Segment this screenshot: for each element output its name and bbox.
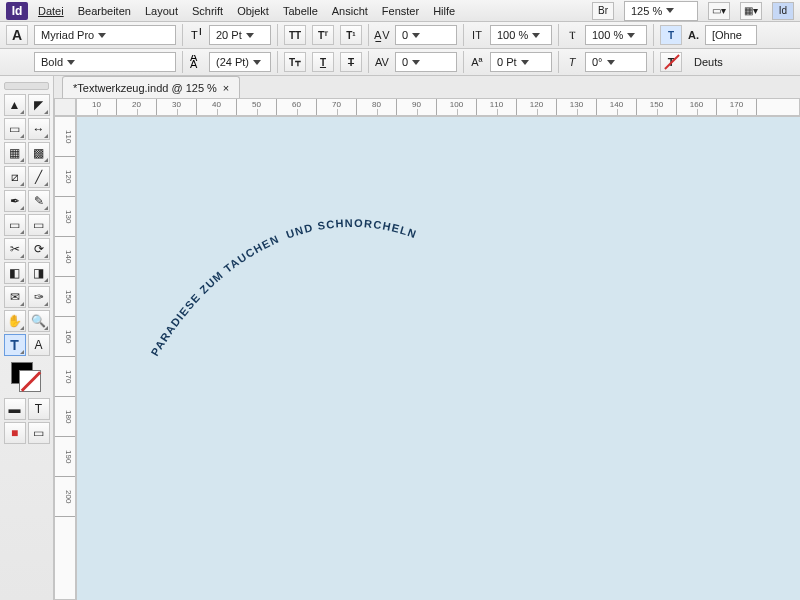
frame-tool[interactable]: ▭ bbox=[4, 214, 26, 236]
ruler-tick: 200 bbox=[55, 477, 75, 517]
ruler-tick: 190 bbox=[55, 437, 75, 477]
zoom-tool[interactable]: 🔍 bbox=[28, 310, 50, 332]
stroke-swatch[interactable] bbox=[19, 370, 41, 392]
subscript-button[interactable]: Tᴛ bbox=[284, 52, 306, 72]
font-size-icon: TT bbox=[189, 28, 203, 42]
menu-schrift[interactable]: Schrift bbox=[192, 5, 223, 17]
path-text-line2: UND SCHNORCHELN bbox=[284, 217, 418, 241]
content-collector[interactable]: ▦ bbox=[4, 142, 26, 164]
svg-text:A: A bbox=[190, 58, 198, 69]
menu-fenster[interactable]: Fenster bbox=[382, 5, 419, 17]
editor-area: *Textwerkzeug.indd @ 125 % × 10203040506… bbox=[54, 76, 800, 600]
line-tool[interactable]: ╱ bbox=[28, 166, 50, 188]
ruler-tick: 150 bbox=[637, 99, 677, 115]
font-size-combo[interactable]: 20 Pt bbox=[209, 25, 271, 45]
close-icon[interactable]: × bbox=[223, 82, 229, 94]
tracking-combo[interactable]: 0 bbox=[395, 52, 457, 72]
menu-tabelle[interactable]: Tabelle bbox=[283, 5, 318, 17]
hscale-combo[interactable]: 100 % bbox=[585, 25, 647, 45]
font-family-combo[interactable]: Myriad Pro bbox=[34, 25, 176, 45]
direct-selection-tool[interactable]: ◤ bbox=[28, 94, 50, 116]
view-mode-normal[interactable]: ■ bbox=[4, 422, 26, 444]
horizontal-ruler[interactable]: 1020304050607080901001101201301401501601… bbox=[76, 98, 800, 116]
workspace-button[interactable]: Id bbox=[772, 2, 794, 20]
leading-combo[interactable]: (24 Pt) bbox=[209, 52, 271, 72]
menu-datei[interactable]: Datei bbox=[38, 5, 64, 17]
menu-bearbeiten[interactable]: Bearbeiten bbox=[78, 5, 131, 17]
tracking-icon: AV bbox=[375, 55, 389, 69]
type-tool[interactable]: ⧄ bbox=[4, 166, 26, 188]
chevron-down-icon bbox=[67, 60, 75, 65]
ruler-tick: 110 bbox=[477, 99, 517, 115]
ruler-tick: 50 bbox=[237, 99, 277, 115]
selection-tool[interactable]: ▲ bbox=[4, 94, 26, 116]
chevron-down-icon bbox=[532, 33, 540, 38]
note-tool[interactable]: ✉ bbox=[4, 286, 26, 308]
vscale-combo[interactable]: 100 % bbox=[490, 25, 552, 45]
allcaps-button[interactable]: TT bbox=[284, 25, 306, 45]
chevron-down-icon bbox=[253, 60, 261, 65]
menu-layout[interactable]: Layout bbox=[145, 5, 178, 17]
app-logo: Id bbox=[6, 2, 28, 20]
text-fill-swatch[interactable]: T bbox=[660, 25, 682, 45]
rectangle-tool[interactable]: ▭ bbox=[28, 214, 50, 236]
ruler-tick: 30 bbox=[157, 99, 197, 115]
ruler-tick: 170 bbox=[55, 357, 75, 397]
kerning-icon: A̲V bbox=[375, 28, 389, 42]
gradient-feather[interactable]: ◨ bbox=[28, 262, 50, 284]
scissors-tool[interactable]: ✂ bbox=[4, 238, 26, 260]
ruler-tick: 110 bbox=[55, 117, 75, 157]
fill-stroke-swatch[interactable] bbox=[7, 362, 47, 392]
ruler-tick: 130 bbox=[55, 197, 75, 237]
text-stroke-swatch[interactable]: T bbox=[660, 52, 682, 72]
zoom-combo[interactable]: 125 % bbox=[624, 1, 698, 21]
page-tool[interactable]: ▭ bbox=[4, 118, 26, 140]
hand-tool[interactable]: ✋ bbox=[4, 310, 26, 332]
charstyle-combo[interactable]: [Ohne bbox=[705, 25, 757, 45]
chevron-down-icon bbox=[412, 60, 420, 65]
text-on-path[interactable]: PARADIESE ZUM TAUCHENUND SCHNORCHELN bbox=[117, 157, 800, 517]
screen-mode-button[interactable]: ▭▾ bbox=[708, 2, 730, 20]
kerning-combo[interactable]: 0 bbox=[395, 25, 457, 45]
gap-tool[interactable]: ↔ bbox=[28, 118, 50, 140]
ruler-tick: 20 bbox=[117, 99, 157, 115]
menu-objekt[interactable]: Objekt bbox=[237, 5, 269, 17]
apply-color-button[interactable]: ▬ bbox=[4, 398, 26, 420]
panel-grip[interactable] bbox=[4, 82, 49, 90]
charstyle-label: A. bbox=[688, 29, 699, 41]
document-tab[interactable]: *Textwerkzeug.indd @ 125 % × bbox=[62, 76, 240, 98]
smallcaps-button[interactable]: Tᵀ bbox=[312, 25, 334, 45]
ruler-tick: 130 bbox=[557, 99, 597, 115]
arrange-button[interactable]: ▦▾ bbox=[740, 2, 762, 20]
menu-ansicht[interactable]: Ansicht bbox=[332, 5, 368, 17]
ruler-tick: 10 bbox=[77, 99, 117, 115]
bridge-button[interactable]: Br bbox=[592, 2, 614, 20]
pencil-tool[interactable]: ✎ bbox=[28, 190, 50, 212]
gradient-swatch[interactable]: ◧ bbox=[4, 262, 26, 284]
type-on-path-tool[interactable]: T bbox=[4, 334, 26, 356]
ruler-origin[interactable] bbox=[54, 98, 76, 116]
baseline-combo[interactable]: 0 Pt bbox=[490, 52, 552, 72]
apply-none-button[interactable]: T bbox=[28, 398, 50, 420]
vertical-ruler[interactable]: 110120130140150160170180190200 bbox=[54, 116, 76, 600]
content-placer[interactable]: ▩ bbox=[28, 142, 50, 164]
view-mode-preview[interactable]: ▭ bbox=[28, 422, 50, 444]
font-style-combo[interactable]: Bold bbox=[34, 52, 176, 72]
eyedropper-tool[interactable]: ✑ bbox=[28, 286, 50, 308]
chevron-down-icon bbox=[98, 33, 106, 38]
menu-hilfe[interactable]: Hilfe bbox=[433, 5, 455, 17]
transform-tool[interactable]: ⟳ bbox=[28, 238, 50, 260]
chevron-down-icon bbox=[607, 60, 615, 65]
tool-panel: ▲◤▭↔▦▩⧄╱✒✎▭▭✂⟳◧◨✉✑✋🔍 T A ▬ T ■ ▭ bbox=[0, 76, 54, 600]
pen-tool[interactable]: ✒ bbox=[4, 190, 26, 212]
underline-button[interactable]: T bbox=[312, 52, 334, 72]
superscript-button[interactable]: T¹ bbox=[340, 25, 362, 45]
strikethrough-button[interactable]: T bbox=[340, 52, 362, 72]
formatting-a-tool[interactable]: A bbox=[28, 334, 50, 356]
paragraph-mode-toggle[interactable]: A bbox=[6, 25, 28, 45]
canvas[interactable]: PARADIESE ZUM TAUCHENUND SCHNORCHELN bbox=[76, 116, 800, 600]
ruler-tick: 160 bbox=[55, 317, 75, 357]
skew-combo[interactable]: 0° bbox=[585, 52, 647, 72]
ruler-tick: 180 bbox=[55, 397, 75, 437]
ruler-tick: 150 bbox=[55, 277, 75, 317]
